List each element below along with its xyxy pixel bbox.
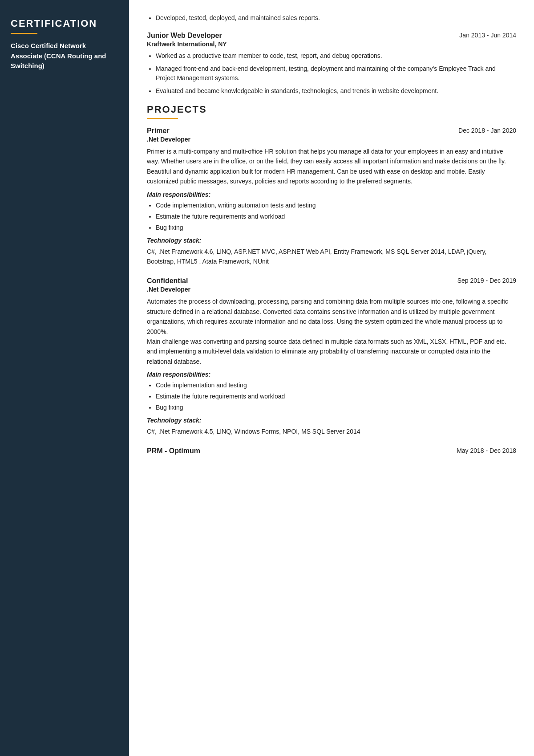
certification-title: CERTIFICATION [11, 18, 118, 29]
resp-confidential-1: Code implementation and testing [156, 381, 516, 390]
projects-section-divider [147, 118, 178, 119]
job-date: Jan 2013 - Jun 2014 [459, 32, 516, 39]
tech-stack-text-primer: C#, .Net Framework 4.6, LINQ, ASP.NET MV… [147, 247, 516, 267]
job-company: Kraftwerk International, NY [147, 41, 516, 48]
tech-stack-title-confidential: Technology stack: [147, 417, 516, 424]
resp-confidential-3: Bug fixing [156, 403, 516, 412]
responsibilities-list-primer: Code implementation, writing automation … [147, 201, 516, 232]
project-role-confidential: .Net Developer [147, 286, 516, 293]
intro-list: Developed, tested, deployed, and maintai… [147, 13, 516, 23]
project-desc-primer: Primer is a multi-company and multi-offi… [147, 146, 516, 187]
project-date-confidential: Sep 2019 - Dec 2019 [457, 277, 516, 284]
responsibilities-title-primer: Main responsibilities: [147, 191, 516, 198]
project-block-prm: PRM - Optimum May 2018 - Dec 2018 [147, 447, 516, 455]
project-role-primer: .Net Developer [147, 136, 516, 143]
sidebar: CERTIFICATION Cisco Certified Network As… [0, 0, 129, 756]
resp-primer-2: Estimate the future requirements and wor… [156, 212, 516, 221]
project-desc-confidential: Automates the process of downloading, pr… [147, 297, 516, 366]
job-bullet-1: Worked as a productive team member to co… [156, 51, 516, 61]
resp-primer-3: Bug fixing [156, 223, 516, 232]
job-block-junior-web-developer: Junior Web Developer Jan 2013 - Jun 2014… [147, 32, 516, 96]
project-name-primer: Primer [147, 127, 170, 135]
resp-confidential-2: Estimate the future requirements and wor… [156, 392, 516, 401]
job-header: Junior Web Developer Jan 2013 - Jun 2014 [147, 32, 516, 40]
project-block-confidential: Confidential Sep 2019 - Dec 2019 .Net De… [147, 277, 516, 436]
project-date-prm: May 2018 - Dec 2018 [457, 447, 516, 454]
responsibilities-title-confidential: Main responsibilities: [147, 371, 516, 378]
intro-list-item-1: Developed, tested, deployed, and maintai… [156, 13, 516, 23]
certification-text: Cisco Certified Network Associate (CCNA … [11, 41, 118, 71]
project-name-prm: PRM - Optimum [147, 447, 200, 455]
project-date-primer: Dec 2018 - Jan 2020 [458, 127, 516, 134]
project-name-confidential: Confidential [147, 277, 188, 285]
resume-container: CERTIFICATION Cisco Certified Network As… [0, 0, 534, 756]
tech-stack-title-primer: Technology stack: [147, 237, 516, 244]
project-header-confidential: Confidential Sep 2019 - Dec 2019 [147, 277, 516, 285]
job-bullets: Worked as a productive team member to co… [147, 51, 516, 96]
projects-section-title: PROJECTS [147, 104, 516, 115]
project-block-primer: Primer Dec 2018 - Jan 2020 .Net Develope… [147, 127, 516, 266]
tech-stack-text-confidential: C#, .Net Framework 4.5, LINQ, Windows Fo… [147, 427, 516, 436]
sidebar-divider [11, 33, 37, 34]
job-bullet-3: Evaluated and became knowledgeable in st… [156, 86, 516, 96]
job-bullet-2: Managed front-end and back-end developme… [156, 64, 516, 83]
responsibilities-list-confidential: Code implementation and testing Estimate… [147, 381, 516, 412]
resp-primer-1: Code implementation, writing automation … [156, 201, 516, 210]
project-header-prm: PRM - Optimum May 2018 - Dec 2018 [147, 447, 516, 455]
job-title: Junior Web Developer [147, 32, 222, 40]
intro-bullets: Developed, tested, deployed, and maintai… [147, 13, 516, 23]
main-content: Developed, tested, deployed, and maintai… [129, 0, 534, 756]
project-header-primer: Primer Dec 2018 - Jan 2020 [147, 127, 516, 135]
